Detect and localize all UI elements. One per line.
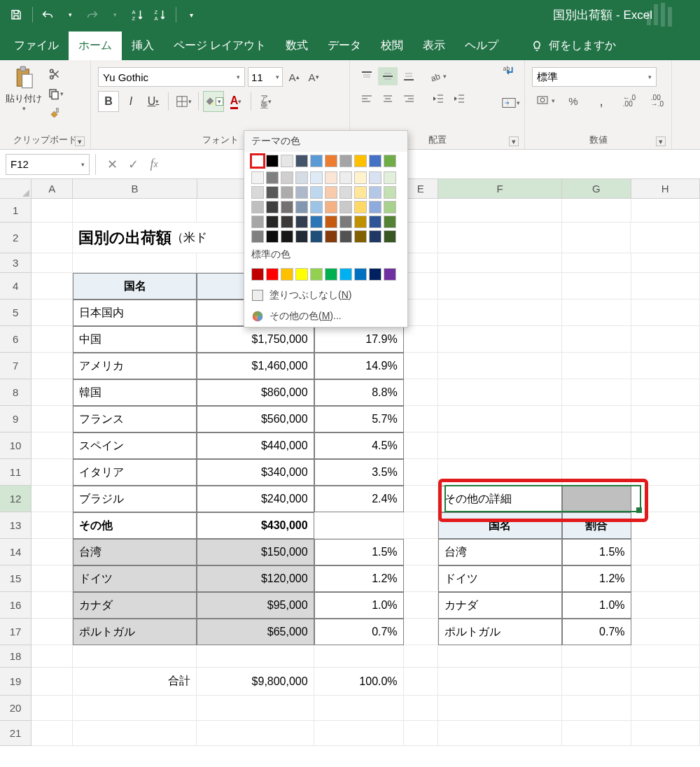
theme-shade-swatch[interactable] [384,201,396,213]
insert-function-button[interactable]: fx [144,154,164,175]
standard-color-swatch[interactable] [369,268,382,281]
enter-button[interactable]: ✓ [122,154,144,175]
theme-shade-swatch[interactable] [310,230,323,243]
cell-E[interactable] [404,199,438,223]
col-header-B[interactable]: B [73,179,197,198]
tab-file[interactable]: ファイル [4,31,69,60]
align-bottom-button[interactable] [399,67,419,85]
standard-color-swatch[interactable] [310,268,323,281]
cell-B5[interactable]: 日本国内 [73,300,197,326]
cell-F15[interactable]: ドイツ [438,565,562,592]
tell-me-search[interactable]: 何をしますか [521,31,626,60]
cell-A[interactable] [31,721,73,746]
select-all-corner[interactable] [0,179,31,198]
cell-E[interactable] [404,273,438,300]
italic-button[interactable]: I [120,91,141,112]
row-header-15[interactable]: 15 [0,565,31,592]
cell-D[interactable] [314,721,404,746]
cell-B6[interactable]: 中国 [73,326,197,353]
more-colors-item[interactable]: その他の色(M)... [244,306,407,327]
theme-shade-swatch[interactable] [266,230,279,243]
row-header-19[interactable]: 19 [0,668,31,696]
col-header-F[interactable]: F [438,179,562,198]
theme-shade-swatch[interactable] [354,186,367,199]
cell-F[interactable] [438,645,562,668]
theme-shade-swatch[interactable] [281,216,293,228]
qat-save-button[interactable] [6,4,27,25]
theme-shade-swatch[interactable] [251,201,264,213]
theme-color-swatch[interactable] [266,155,279,167]
row-header-12[interactable]: 12 [0,486,31,512]
cell-E[interactable] [404,253,438,273]
theme-shade-swatch[interactable] [354,216,367,228]
tab-view[interactable]: 表示 [413,31,455,60]
decrease-indent-button[interactable] [428,90,448,108]
cell-G[interactable] [562,696,631,721]
cell-G[interactable] [562,199,631,223]
cell-B19[interactable]: 合計 [73,668,197,696]
col-header-H[interactable]: H [631,179,700,198]
cell-D17[interactable]: 0.7% [314,619,404,645]
theme-shade-swatch[interactable] [251,230,264,243]
cell-F[interactable] [438,223,562,253]
theme-shade-swatch[interactable] [295,216,308,228]
alignment-launcher[interactable]: ▾ [509,136,519,146]
cell-C6[interactable]: $1,750,000 [197,326,314,353]
cell-C[interactable] [197,645,314,668]
theme-shade-swatch[interactable] [295,186,308,199]
theme-shade-swatch[interactable] [325,171,337,184]
row-header-6[interactable]: 6 [0,326,31,353]
cell-H[interactable] [631,253,700,273]
theme-shade-swatch[interactable] [295,201,308,213]
theme-shade-swatch[interactable] [266,216,279,228]
row-header-20[interactable]: 20 [0,696,31,721]
paste-button[interactable]: 貼り付け ▾ [3,64,45,132]
theme-shade-swatch[interactable] [384,186,396,199]
cell-D[interactable] [314,645,404,668]
cell-A[interactable] [31,199,73,223]
tab-page-layout[interactable]: ページ レイアウト [164,31,276,60]
name-box[interactable]: F12▾ [6,154,90,175]
cell-D15[interactable]: 1.2% [314,565,404,592]
cell-B[interactable] [73,253,197,273]
cell-F[interactable] [438,696,562,721]
theme-color-swatch[interactable] [340,155,352,167]
row-header-4[interactable]: 4 [0,273,31,300]
cell-B[interactable] [73,645,197,668]
standard-color-swatch[interactable] [354,268,367,281]
cell-B8[interactable]: 韓国 [73,379,197,406]
fill-color-button[interactable]: ▾ [203,91,224,112]
tab-help[interactable]: ヘルプ [455,31,508,60]
cell-B10[interactable]: スペイン [73,432,197,459]
align-right-button[interactable] [399,90,419,108]
qat-customize[interactable]: ▾ [181,4,202,25]
theme-shade-swatch[interactable] [295,230,308,243]
cell-D16[interactable]: 1.0% [314,592,404,619]
comma-button[interactable]: , [588,91,615,111]
font-size-dropdown[interactable]: 11▾ [248,67,283,87]
no-fill-item[interactable]: 塗りつぶしなし(N) [244,285,407,306]
clipboard-launcher[interactable]: ▾ [75,136,85,146]
qat-sort-asc-button[interactable]: AZ [127,4,148,25]
col-header-A[interactable]: A [31,179,73,198]
cell-C19[interactable]: $9,800,000 [197,668,314,696]
standard-color-swatch[interactable] [384,268,396,281]
cell-A[interactable] [31,253,73,273]
cell-B7[interactable]: アメリカ [73,353,197,379]
cancel-button[interactable]: ✕ [102,154,122,175]
row-header-7[interactable]: 7 [0,353,31,379]
cell-C10[interactable]: $440,000 [197,432,314,459]
cell-D[interactable] [314,696,404,721]
cell-G12[interactable] [562,486,631,512]
phonetic-button[interactable]: ア亜▾ [255,91,276,112]
cell-C9[interactable]: $560,000 [197,406,314,432]
theme-shade-swatch[interactable] [310,171,323,184]
cell-H[interactable] [631,273,700,300]
number-launcher[interactable]: ▾ [656,136,666,146]
theme-shade-swatch[interactable] [340,216,352,228]
tab-review[interactable]: 校閲 [371,31,413,60]
theme-shade-swatch[interactable] [310,201,323,213]
theme-color-swatch[interactable] [369,155,382,167]
decrease-decimal-button[interactable]: .00→.0 [644,91,671,111]
theme-shade-swatch[interactable] [369,216,382,228]
